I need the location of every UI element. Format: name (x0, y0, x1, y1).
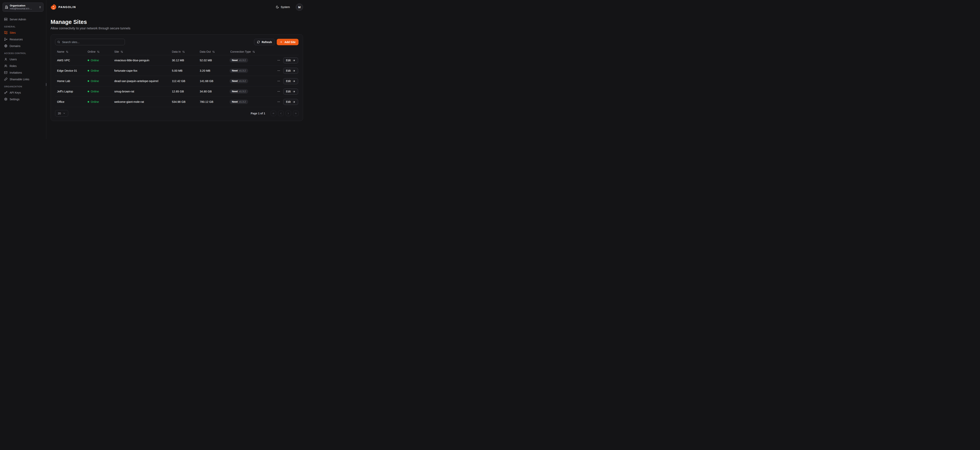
edit-button[interactable]: Edit (283, 89, 298, 95)
sidebar-item-roles[interactable]: Roles (3, 63, 43, 69)
mail-check-icon (4, 71, 8, 74)
data-out-cell: 141.68 GB (198, 79, 228, 82)
edit-button[interactable]: Edit (283, 68, 298, 74)
table-row[interactable]: Edge Device 01 Online fortunate-cape-fox… (55, 66, 299, 76)
sidebar-item-label: Sites (10, 31, 16, 34)
column-header-connection-type[interactable]: Connection Type (228, 50, 275, 53)
main-area: PANGOLIN System M Manage Sites Allow con… (46, 0, 307, 139)
column-header-data-out[interactable]: Data Out (198, 50, 228, 53)
table-row[interactable]: Jeff's Laptop Online smug-brown-rat 12.6… (55, 86, 299, 97)
chevrons-right-icon (294, 112, 297, 115)
users-icon (4, 64, 8, 68)
connection-type-cell: Newt v1.3.2 (228, 100, 275, 104)
sidebar-item-sites[interactable]: Sites (3, 30, 43, 36)
status-cell: Online (86, 59, 112, 62)
sidebar-item-settings[interactable]: Settings (3, 96, 43, 102)
sidebar-resize-handle[interactable] (46, 83, 46, 86)
data-in-cell: 12.65 GB (170, 90, 198, 93)
org-selector[interactable]: Organization milo@fossorial.io's ... (3, 3, 43, 12)
page-size-select[interactable]: 20 (55, 110, 68, 117)
site-name-cell: Edge Device 01 (55, 69, 86, 72)
sidebar-item-resources[interactable]: Resources (3, 36, 43, 42)
arrow-right-icon (293, 100, 295, 103)
ellipsis-icon (277, 69, 280, 72)
online-dot-icon (88, 80, 89, 82)
table-row[interactable]: AWS VPC Online vivacious-little-blue-pen… (55, 55, 299, 66)
section-label-access-control: ACCESS CONTROL (4, 52, 42, 54)
search-input[interactable] (55, 39, 125, 45)
online-dot-icon (88, 60, 89, 61)
gear-icon (4, 98, 8, 101)
status-badge: Online (91, 100, 99, 103)
chevrons-left-icon (272, 112, 275, 115)
refresh-button[interactable]: Refresh (254, 39, 275, 45)
connection-type-badge: Newt v1.3.2 (229, 58, 248, 63)
row-menu-button[interactable] (277, 59, 281, 62)
sidebar-nav: Server Admin GENERAL Sites Resources Dom… (0, 14, 46, 102)
page-subtitle: Allow connectivity to your network throu… (51, 27, 303, 30)
status-badge: Online (91, 90, 99, 93)
moon-icon (276, 5, 279, 9)
sidebar-item-invitations[interactable]: Invitations (3, 70, 43, 76)
section-label-general: GENERAL (4, 25, 42, 28)
data-in-cell: 534.98 GB (170, 100, 198, 103)
connection-type-badge: Newt v1.3.2 (229, 68, 248, 73)
site-id-cell: smug-brown-rat (112, 90, 170, 93)
site-id-cell: fortunate-cape-fox (112, 69, 170, 72)
page-title: Manage Sites (51, 19, 303, 25)
data-in-cell: 5.00 MB (170, 69, 198, 72)
sidebar-item-shareable-links[interactable]: Shareable Links (3, 76, 43, 82)
table-header-row: Name Online Site Data In (55, 48, 299, 55)
row-menu-button[interactable] (277, 79, 281, 83)
connection-type-cell: Newt v1.3.2 (228, 89, 275, 94)
app-root: Organization milo@fossorial.io's ... Ser… (0, 0, 307, 139)
row-menu-button[interactable] (277, 100, 281, 104)
table-row[interactable]: Home Lab Online dead-san-joaquin-antelop… (55, 76, 299, 86)
theme-toggle-button[interactable]: System (275, 5, 291, 9)
sort-icon (253, 51, 255, 53)
sidebar-item-label: Shareable Links (10, 78, 29, 81)
status-badge: Online (91, 79, 99, 82)
sidebar-item-label: Server Admin (10, 18, 26, 21)
sidebar-item-domains[interactable]: Domains (3, 43, 43, 49)
chevron-down-icon (63, 112, 65, 114)
topbar: PANGOLIN System M (46, 0, 307, 14)
avatar[interactable]: M (296, 3, 303, 11)
column-header-name[interactable]: Name (55, 50, 86, 53)
connection-type-badge: Newt v1.3.2 (229, 79, 248, 83)
table-body: AWS VPC Online vivacious-little-blue-pen… (55, 55, 299, 107)
sort-icon (97, 51, 100, 53)
ellipsis-icon (277, 100, 280, 103)
row-menu-button[interactable] (277, 89, 281, 93)
column-header-site[interactable]: Site (112, 50, 170, 53)
status-badge: Online (91, 59, 99, 62)
edit-button[interactable]: Edit (283, 99, 298, 105)
site-name-cell: Office (55, 100, 86, 103)
next-page-button[interactable] (286, 111, 291, 116)
sites-table: Name Online Site Data In (55, 48, 299, 107)
chevron-right-icon (287, 112, 290, 115)
sort-icon (182, 51, 185, 53)
chevrons-up-down-icon (39, 6, 41, 8)
arrow-right-icon (293, 59, 295, 62)
previous-page-button[interactable] (278, 111, 283, 116)
sidebar-item-server-admin[interactable]: Server Admin (3, 16, 43, 22)
user-icon (4, 57, 8, 61)
status-cell: Online (86, 90, 112, 93)
column-header-online[interactable]: Online (86, 50, 112, 53)
search-box (55, 39, 125, 45)
sidebar-item-api-keys[interactable]: API Keys (3, 89, 43, 95)
sidebar-item-users[interactable]: Users (3, 56, 43, 62)
first-page-button[interactable] (270, 111, 276, 116)
column-header-data-in[interactable]: Data In (170, 50, 198, 53)
table-row[interactable]: Office Online welcome-giant-mole-rat 534… (55, 97, 299, 107)
sort-icon (66, 51, 68, 53)
online-dot-icon (88, 101, 89, 103)
edit-button[interactable]: Edit (283, 78, 298, 84)
row-menu-button[interactable] (277, 69, 281, 73)
add-site-button[interactable]: Add Site (277, 39, 299, 45)
brand-name: PANGOLIN (59, 5, 76, 9)
edit-button[interactable]: Edit (283, 57, 298, 63)
last-page-button[interactable] (293, 111, 299, 116)
sidebar-item-label: Roles (10, 65, 17, 68)
